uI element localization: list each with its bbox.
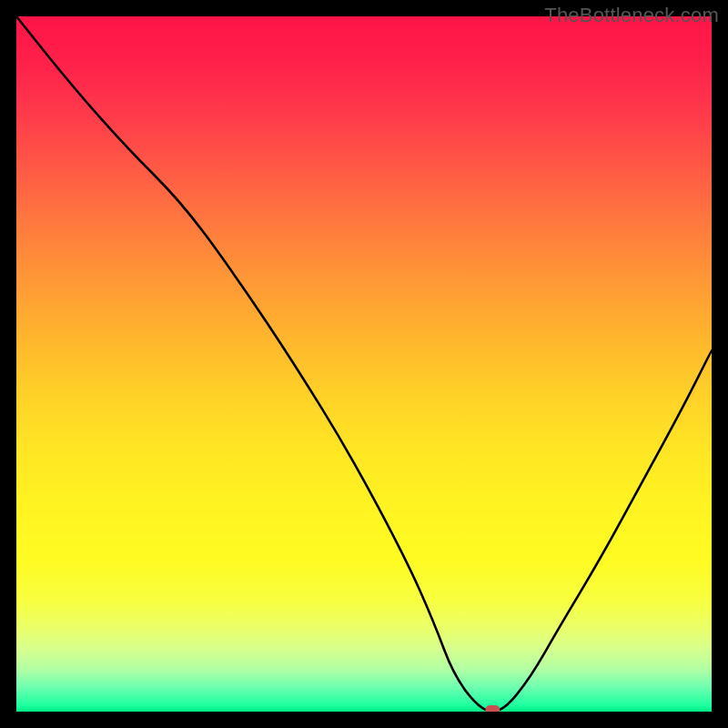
bottleneck-curve xyxy=(16,16,712,712)
curve-layer xyxy=(16,16,712,712)
chart-frame: TheBottleneck.com xyxy=(0,0,728,728)
plot-area xyxy=(16,16,712,712)
watermark-text: TheBottleneck.com xyxy=(544,4,719,27)
optimal-point-marker xyxy=(485,705,500,712)
